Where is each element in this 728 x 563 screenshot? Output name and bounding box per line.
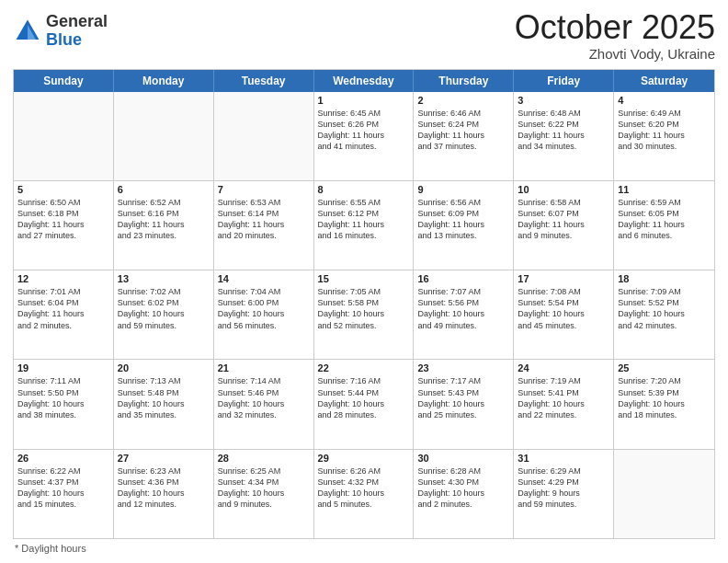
cell-info: Sunrise: 6:55 AM Sunset: 6:12 PM Dayligh… <box>318 197 410 242</box>
cell-info: Sunrise: 7:13 AM Sunset: 5:48 PM Dayligh… <box>118 375 210 420</box>
cell-info: Sunrise: 7:09 AM Sunset: 5:52 PM Dayligh… <box>618 286 711 331</box>
day-number: 15 <box>318 273 410 284</box>
calendar-cell: 14Sunrise: 7:04 AM Sunset: 6:00 PM Dayli… <box>214 270 314 359</box>
day-number: 10 <box>518 184 609 195</box>
cell-info: Sunrise: 7:01 AM Sunset: 6:04 PM Dayligh… <box>17 286 109 331</box>
location-subtitle: Zhovti Vody, Ukraine <box>515 46 715 62</box>
cell-info: Sunrise: 6:49 AM Sunset: 6:20 PM Dayligh… <box>618 108 711 153</box>
cell-info: Sunrise: 6:46 AM Sunset: 6:24 PM Dayligh… <box>417 108 509 153</box>
cell-info: Sunrise: 6:59 AM Sunset: 6:05 PM Dayligh… <box>618 197 711 242</box>
day-header-friday: Friday <box>514 70 614 92</box>
day-number: 27 <box>118 453 210 464</box>
calendar-cell: 6Sunrise: 6:52 AM Sunset: 6:16 PM Daylig… <box>114 181 214 270</box>
day-number: 31 <box>518 453 609 464</box>
day-number: 12 <box>17 273 109 284</box>
day-header-saturday: Saturday <box>614 70 714 92</box>
calendar-cell: 19Sunrise: 7:11 AM Sunset: 5:50 PM Dayli… <box>14 360 114 448</box>
calendar-cell: 10Sunrise: 6:58 AM Sunset: 6:07 PM Dayli… <box>514 181 614 270</box>
calendar-cell: 22Sunrise: 7:16 AM Sunset: 5:44 PM Dayli… <box>314 360 415 448</box>
calendar-body: 1Sunrise: 6:45 AM Sunset: 6:26 PM Daylig… <box>14 92 714 538</box>
logo: General Blue <box>13 13 108 50</box>
logo-icon <box>13 17 42 46</box>
logo-blue: Blue <box>46 31 108 50</box>
calendar-week-1: 1Sunrise: 6:45 AM Sunset: 6:26 PM Daylig… <box>14 92 714 181</box>
calendar-cell: 13Sunrise: 7:02 AM Sunset: 6:02 PM Dayli… <box>114 270 214 359</box>
cell-info: Sunrise: 6:25 AM Sunset: 4:34 PM Dayligh… <box>218 465 310 511</box>
calendar-cell: 24Sunrise: 7:19 AM Sunset: 5:41 PM Dayli… <box>514 360 614 448</box>
cell-info: Sunrise: 7:02 AM Sunset: 6:02 PM Dayligh… <box>118 286 210 331</box>
day-number: 24 <box>518 362 609 373</box>
calendar-cell: 7Sunrise: 6:53 AM Sunset: 6:14 PM Daylig… <box>214 181 314 270</box>
day-number: 26 <box>17 453 109 464</box>
calendar-cell: 11Sunrise: 6:59 AM Sunset: 6:05 PM Dayli… <box>614 181 714 270</box>
day-number: 5 <box>17 184 109 195</box>
calendar-cell: 16Sunrise: 7:07 AM Sunset: 5:56 PM Dayli… <box>414 270 514 359</box>
day-number: 28 <box>218 453 310 464</box>
header: General Blue October 2025 Zhovti Vody, U… <box>13 9 715 62</box>
calendar-cell: 23Sunrise: 7:17 AM Sunset: 5:43 PM Dayli… <box>414 360 514 448</box>
calendar-cell: 2Sunrise: 6:46 AM Sunset: 6:24 PM Daylig… <box>414 92 514 180</box>
calendar-cell: 9Sunrise: 6:56 AM Sunset: 6:09 PM Daylig… <box>414 181 514 270</box>
day-number: 16 <box>417 273 509 284</box>
day-number: 1 <box>318 95 410 106</box>
day-number: 4 <box>618 95 711 106</box>
cell-info: Sunrise: 7:20 AM Sunset: 5:39 PM Dayligh… <box>618 375 711 420</box>
calendar-cell: 29Sunrise: 6:26 AM Sunset: 4:32 PM Dayli… <box>314 450 415 538</box>
calendar-cell: 8Sunrise: 6:55 AM Sunset: 6:12 PM Daylig… <box>314 181 415 270</box>
day-number: 9 <box>417 184 509 195</box>
day-number: 22 <box>318 362 410 373</box>
calendar-cell <box>14 92 114 180</box>
calendar-week-3: 12Sunrise: 7:01 AM Sunset: 6:04 PM Dayli… <box>14 270 714 360</box>
cell-info: Sunrise: 6:29 AM Sunset: 4:29 PM Dayligh… <box>518 465 609 511</box>
cell-info: Sunrise: 7:17 AM Sunset: 5:43 PM Dayligh… <box>417 375 509 420</box>
day-number: 6 <box>118 184 210 195</box>
calendar-cell: 17Sunrise: 7:08 AM Sunset: 5:54 PM Dayli… <box>514 270 614 359</box>
cell-info: Sunrise: 6:50 AM Sunset: 6:18 PM Dayligh… <box>17 197 109 242</box>
cell-info: Sunrise: 6:45 AM Sunset: 6:26 PM Dayligh… <box>318 108 410 153</box>
day-number: 14 <box>218 273 310 284</box>
day-number: 30 <box>417 453 509 464</box>
day-number: 18 <box>618 273 711 284</box>
calendar-cell: 15Sunrise: 7:05 AM Sunset: 5:58 PM Dayli… <box>314 270 415 359</box>
cell-info: Sunrise: 7:14 AM Sunset: 5:46 PM Dayligh… <box>218 375 310 420</box>
day-number: 2 <box>417 95 509 106</box>
cell-info: Sunrise: 7:19 AM Sunset: 5:41 PM Dayligh… <box>518 375 609 420</box>
cell-info: Sunrise: 6:58 AM Sunset: 6:07 PM Dayligh… <box>518 197 609 242</box>
cell-info: Sunrise: 7:16 AM Sunset: 5:44 PM Dayligh… <box>318 375 410 420</box>
daylight-hours-label: * Daylight hours <box>15 543 86 554</box>
cell-info: Sunrise: 6:48 AM Sunset: 6:22 PM Dayligh… <box>518 108 609 153</box>
footer-note: * Daylight hours <box>13 543 715 554</box>
cell-info: Sunrise: 7:04 AM Sunset: 6:00 PM Dayligh… <box>218 286 310 331</box>
cell-info: Sunrise: 6:56 AM Sunset: 6:09 PM Dayligh… <box>417 197 509 242</box>
day-number: 8 <box>318 184 410 195</box>
calendar-cell <box>114 92 214 180</box>
calendar-cell: 25Sunrise: 7:20 AM Sunset: 5:39 PM Dayli… <box>614 360 714 448</box>
calendar-cell: 30Sunrise: 6:28 AM Sunset: 4:30 PM Dayli… <box>414 450 514 538</box>
cell-info: Sunrise: 6:22 AM Sunset: 4:37 PM Dayligh… <box>17 465 109 511</box>
cell-info: Sunrise: 7:08 AM Sunset: 5:54 PM Dayligh… <box>518 286 609 331</box>
day-number: 23 <box>417 362 509 373</box>
calendar-cell: 18Sunrise: 7:09 AM Sunset: 5:52 PM Dayli… <box>614 270 714 359</box>
day-number: 7 <box>218 184 310 195</box>
calendar-cell: 1Sunrise: 6:45 AM Sunset: 6:26 PM Daylig… <box>314 92 415 180</box>
page: General Blue October 2025 Zhovti Vody, U… <box>0 0 728 563</box>
day-number: 21 <box>218 362 310 373</box>
cell-info: Sunrise: 7:07 AM Sunset: 5:56 PM Dayligh… <box>417 286 509 331</box>
cell-info: Sunrise: 6:52 AM Sunset: 6:16 PM Dayligh… <box>118 197 210 242</box>
month-title: October 2025 <box>515 9 715 46</box>
cell-info: Sunrise: 6:28 AM Sunset: 4:30 PM Dayligh… <box>417 465 509 511</box>
logo-text: General Blue <box>46 13 108 50</box>
calendar-cell: 21Sunrise: 7:14 AM Sunset: 5:46 PM Dayli… <box>214 360 314 448</box>
calendar-cell: 26Sunrise: 6:22 AM Sunset: 4:37 PM Dayli… <box>14 450 114 538</box>
logo-general: General <box>46 13 108 31</box>
calendar-header: SundayMondayTuesdayWednesdayThursdayFrid… <box>14 70 714 92</box>
cell-info: Sunrise: 6:53 AM Sunset: 6:14 PM Dayligh… <box>218 197 310 242</box>
calendar-cell <box>214 92 314 180</box>
cell-info: Sunrise: 7:11 AM Sunset: 5:50 PM Dayligh… <box>17 375 109 420</box>
day-header-thursday: Thursday <box>414 70 514 92</box>
day-header-monday: Monday <box>114 70 214 92</box>
title-block: October 2025 Zhovti Vody, Ukraine <box>515 9 715 62</box>
calendar-cell: 3Sunrise: 6:48 AM Sunset: 6:22 PM Daylig… <box>514 92 614 180</box>
day-number: 29 <box>318 453 410 464</box>
calendar-cell: 31Sunrise: 6:29 AM Sunset: 4:29 PM Dayli… <box>514 450 614 538</box>
